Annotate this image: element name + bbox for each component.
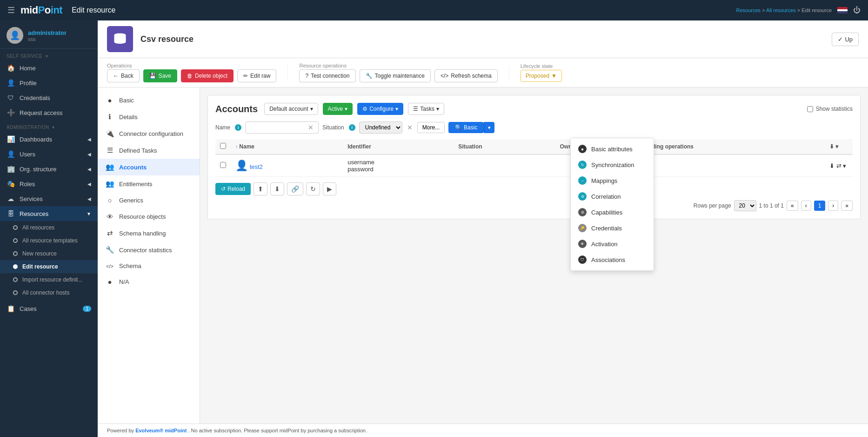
breadcrumb-all-resources[interactable]: All resources	[766, 7, 796, 13]
configure-button[interactable]: ⚙ Configure ▾	[357, 103, 403, 115]
download-button[interactable]: ⬇	[270, 182, 284, 195]
first-page-button[interactable]: «	[787, 201, 798, 211]
sidebar-item-resources[interactable]: 🗄 Resources ▼	[0, 206, 98, 221]
lifecycle-dropdown[interactable]: Proposed ▼	[521, 70, 562, 82]
entitlements-icon: 👥	[105, 180, 114, 188]
row-sync-icon[interactable]: ⇄	[836, 162, 841, 169]
rows-per-page-select[interactable]: 20	[734, 200, 756, 211]
left-nav-na[interactable]: ● N/A	[98, 274, 200, 290]
situation-info-icon[interactable]: i	[349, 124, 355, 131]
left-nav-defined-tasks[interactable]: ☰ Defined Tasks	[98, 142, 200, 159]
up-button[interactable]: ✓ Up	[832, 33, 859, 46]
power-icon[interactable]: ⏻	[853, 6, 861, 14]
tasks-button[interactable]: ☰ Tasks ▾	[408, 103, 444, 115]
edit-raw-button[interactable]: ✏ Edit raw	[237, 69, 276, 82]
row-actions-caret[interactable]: ▾	[843, 162, 846, 169]
active-dropdown[interactable]: Active ▾	[323, 103, 353, 115]
row-checkbox[interactable]	[215, 155, 231, 177]
reload-button[interactable]: ↺ Reload	[215, 183, 251, 195]
save-button[interactable]: 💾 Save	[143, 69, 177, 82]
admin-section[interactable]: ADMINISTRATION ▾	[0, 120, 98, 132]
menu-activation[interactable]: 👁 Activation	[571, 236, 654, 252]
default-account-dropdown[interactable]: Default account ▾	[264, 103, 318, 115]
left-nav-entitlements[interactable]: 👥 Entitlements	[98, 175, 200, 192]
sidebar-item-cases[interactable]: 📋 Cases 1	[0, 301, 98, 316]
left-nav-connector-stats[interactable]: 🔧 Connector statistics	[98, 242, 200, 258]
menu-associations[interactable]: 🛡 Associations	[571, 252, 654, 268]
resource-ops-group: Resource operations ? Test connection 🔧 …	[299, 63, 497, 82]
show-stats-checkbox[interactable]	[807, 106, 813, 112]
sidebar-item-credentials[interactable]: 🛡 Credentials	[0, 90, 98, 105]
hamburger-icon[interactable]: ☰	[7, 5, 15, 15]
table-row: 👤 test2 username password	[215, 155, 853, 177]
sidebar-sub-new-resource[interactable]: New resource	[0, 247, 98, 260]
sidebar-sub-import-resource[interactable]: Import resource definit...	[0, 273, 98, 286]
circle-fill-icon: ●	[105, 96, 114, 104]
sidebar-sub-edit-resource[interactable]: Edit resource	[0, 260, 98, 273]
language-flag[interactable]	[837, 7, 848, 13]
prev-page-button[interactable]: ‹	[801, 201, 811, 211]
toggle-maintenance-button[interactable]: 🔧 Toggle maintenance	[360, 69, 431, 82]
wrench-icon: 🔧	[366, 73, 373, 79]
name-filter-input[interactable]	[249, 124, 305, 131]
sidebar-sub-resource-templates[interactable]: All resource templates	[0, 234, 98, 247]
upload-button[interactable]: ⬆	[254, 182, 267, 195]
sidebar-item-roles[interactable]: 🎭 Roles ◀	[0, 176, 98, 191]
sidebar-item-request-access[interactable]: ➕ Request access	[0, 105, 98, 120]
more-filter-button[interactable]: More...	[417, 122, 445, 133]
menu-correlation[interactable]: ⚙ Correlation	[571, 188, 654, 204]
left-nav-accounts[interactable]: 👥 Accounts	[98, 159, 200, 175]
select-all-checkbox[interactable]	[220, 143, 226, 149]
sidebar-sub-connector-hosts[interactable]: All connector hosts	[0, 286, 98, 299]
credentials-icon: 🛡	[7, 94, 15, 101]
play-button[interactable]: ▶	[323, 182, 336, 195]
search-button[interactable]: 🔍 Basic	[448, 122, 484, 133]
current-page-button[interactable]: 1	[814, 201, 826, 211]
left-nav-basic[interactable]: ● Basic	[98, 92, 200, 108]
next-page-button[interactable]: ›	[828, 201, 838, 211]
situation-clear-icon[interactable]: ✕	[406, 124, 414, 131]
breadcrumb-resources[interactable]: Resources	[736, 7, 761, 13]
download-icon[interactable]: ⬇	[829, 143, 834, 150]
refresh-button[interactable]: ↻	[306, 182, 320, 195]
left-nav-schema-handling[interactable]: ⇄ Schema handling	[98, 225, 200, 242]
sidebar-item-home[interactable]: 🏠 Home	[0, 61, 98, 75]
sidebar-item-services[interactable]: ☁ Services ◀	[0, 191, 98, 206]
menu-mappings[interactable]: ↔ Mappings	[571, 173, 654, 188]
name-info-icon[interactable]: i	[235, 124, 241, 131]
operations-group: Operations ← Back 💾 Save 🗑 Delete object	[107, 63, 276, 82]
row-select-checkbox[interactable]	[220, 162, 226, 168]
footer-brand-link[interactable]: Evolveum® midPoint	[135, 428, 187, 433]
table-actions-caret[interactable]: ▾	[835, 143, 838, 150]
left-nav-resource-objects[interactable]: 👁 Resource objects	[98, 208, 200, 225]
refresh-schema-button[interactable]: </> Refresh schema	[434, 69, 498, 82]
link-button[interactable]: 🔗	[287, 182, 303, 195]
left-nav-generics[interactable]: ○ Generics	[98, 192, 200, 208]
sidebar-sub-all-resources[interactable]: All resources	[0, 221, 98, 234]
sidebar-item-org-structure[interactable]: 🏢 Org. structure ◀	[0, 161, 98, 176]
last-page-button[interactable]: »	[841, 201, 853, 211]
menu-credentials[interactable]: 🔑 Credentials	[571, 220, 654, 236]
sidebar-item-users[interactable]: 👤 Users ◀	[0, 147, 98, 161]
col-identifier-header[interactable]: Identifier	[343, 139, 454, 155]
test-connection-button[interactable]: ? Test connection	[299, 69, 355, 82]
sidebar-item-dashboards[interactable]: 📊 Dashboards ◀	[0, 132, 98, 147]
left-nav-connector-config[interactable]: 🔌 Connector configuration	[98, 125, 200, 142]
situation-select[interactable]: Undefined	[359, 121, 402, 134]
left-nav-schema[interactable]: </> Schema	[98, 258, 200, 274]
footer: Powered by Evolveum® midPoint . No activ…	[98, 424, 868, 437]
col-name-header[interactable]: ↑ Name	[231, 139, 343, 155]
name-clear-icon[interactable]: ✕	[307, 124, 314, 131]
back-button[interactable]: ← Back	[107, 69, 140, 82]
search-dropdown-button[interactable]: ▾	[484, 122, 494, 133]
sidebar-item-profile[interactable]: 👤 Profile	[0, 75, 98, 90]
menu-capabilities[interactable]: ⚙ Capabilities	[571, 204, 654, 220]
username[interactable]: administrator	[28, 29, 67, 36]
self-service-section[interactable]: SELF SERVICE ▾	[0, 49, 98, 61]
delete-button[interactable]: 🗑 Delete object	[181, 69, 234, 82]
row-download-icon[interactable]: ⬇	[829, 162, 835, 169]
left-nav-details[interactable]: ℹ Details	[98, 108, 200, 125]
menu-basic-attributes[interactable]: ● Basic attributes	[571, 141, 654, 157]
row-name-link[interactable]: test2	[250, 163, 263, 170]
menu-synchronization[interactable]: ↻ Synchronization	[571, 157, 654, 173]
